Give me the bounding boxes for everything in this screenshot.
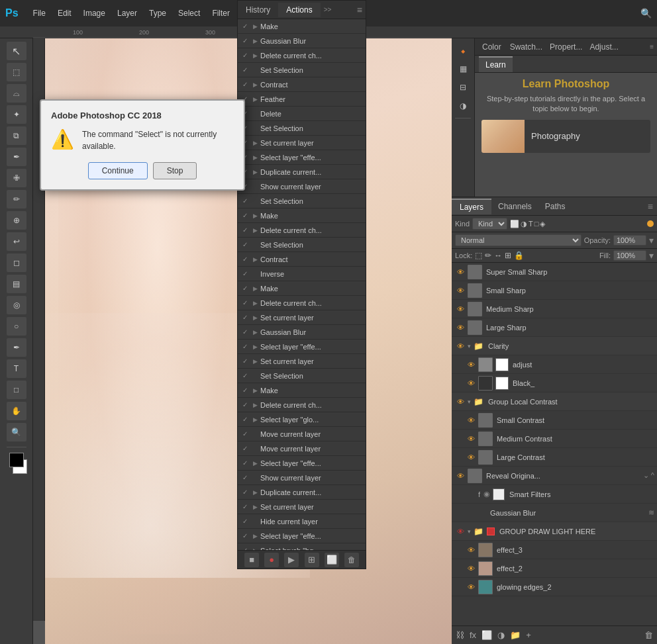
filter-shape-icon[interactable]: □ [534, 220, 539, 228]
layer-visibility-icon[interactable]: 👁 [465, 451, 477, 463]
tab-channels[interactable]: Channels [491, 199, 538, 214]
delete-action-button[interactable]: 🗑 [344, 553, 359, 567]
tool-move[interactable]: ↖ [7, 42, 26, 60]
panel-collapse-icon[interactable]: ≡ [650, 43, 654, 50]
action-item[interactable]: ✓▶Contract [238, 77, 366, 92]
action-item[interactable]: ✓▶Make [238, 19, 366, 34]
layer-visibility-icon[interactable]: 👁 [454, 285, 466, 297]
layer-visibility-icon[interactable]: 👁 [465, 581, 477, 593]
tool-lasso[interactable]: ⌓ [7, 84, 26, 103]
layer-visibility-icon[interactable]: 👁 [454, 266, 466, 278]
action-item[interactable]: ✓▶Select brush "bg... [238, 543, 366, 550]
foreground-background-colors[interactable] [9, 453, 24, 467]
new-action-button[interactable]: ⬜ [325, 553, 339, 567]
action-item[interactable]: ✓▶Delete current ch... [238, 223, 366, 238]
opacity-arrow[interactable]: ▾ [649, 235, 654, 246]
lock-position-icon[interactable]: ↔ [494, 251, 502, 260]
properties-panel-icon[interactable]: ⊟ [454, 79, 472, 96]
action-item[interactable]: ✓▶Select layer "effe... [238, 529, 366, 543]
layer-visibility-icon[interactable]: 👁 [465, 433, 477, 445]
filter-smart-icon[interactable]: ◈ [540, 220, 545, 228]
layer-group-icon[interactable]: 📁 [510, 630, 521, 640]
actions-expand-icon[interactable]: >> [324, 6, 332, 13]
layer-delete-icon[interactable]: 🗑 [644, 630, 653, 640]
action-item[interactable]: ✓▶Delete current ch... [238, 398, 366, 412]
layer-visibility-icon[interactable]: 👁 [454, 396, 466, 408]
tool-eraser[interactable]: ◻ [7, 253, 26, 272]
layer-visibility-icon[interactable]: 👁 [465, 563, 477, 575]
layer-visibility-icon[interactable] [476, 507, 487, 519]
tool-zoom[interactable]: 🔍 [7, 423, 26, 441]
action-item[interactable]: ✓▶Select layer "effe... [238, 456, 366, 471]
layer-visibility-icon[interactable]: 👁 [465, 359, 477, 371]
layer-visibility-icon[interactable]: 👁 [454, 340, 466, 352]
layer-item[interactable]: 👁Large Contrast [452, 448, 657, 467]
fill-input[interactable] [613, 250, 646, 261]
action-item[interactable]: ✓Move current layer [238, 441, 366, 456]
layer-item[interactable]: 👁Reveal Origina...⌄ ^ [452, 467, 657, 485]
tool-gradient[interactable]: ▤ [7, 275, 26, 293]
stop-button[interactable]: ■ [244, 553, 259, 567]
action-item[interactable]: ✓Set Selection [238, 121, 366, 136]
layer-item[interactable]: 👁effect_3 [452, 541, 657, 559]
menu-edit[interactable]: Edit [54, 7, 76, 19]
continue-button[interactable]: Continue [88, 162, 148, 179]
swatches-panel-icon[interactable]: ▦ [454, 60, 472, 77]
layer-item[interactable]: 👁Medium Sharp [452, 300, 657, 318]
layer-visibility-icon[interactable]: 👁 [454, 526, 466, 537]
action-item[interactable]: ✓▶Make [238, 208, 366, 223]
tab-properties[interactable]: Propert... [547, 41, 585, 53]
adjustments-panel-icon[interactable]: ◑ [454, 97, 472, 115]
fill-arrow[interactable]: ▾ [649, 250, 654, 261]
layers-menu-icon[interactable]: ≡ [648, 201, 653, 212]
filter-type-icon[interactable]: T [529, 220, 533, 228]
tool-dodge[interactable]: ○ [7, 317, 26, 336]
filter-pixel-icon[interactable]: ⬜ [510, 220, 519, 228]
layer-adjustment-icon[interactable]: ◑ [497, 630, 505, 640]
action-item[interactable]: ✓▶Select layer "glo... [238, 412, 366, 427]
action-item[interactable]: ✓Delete [238, 107, 366, 121]
lock-image-icon[interactable]: ✏ [485, 251, 491, 260]
tab-color[interactable]: Color [478, 41, 505, 53]
action-item[interactable]: ✓▶Delete current ch... [238, 48, 366, 63]
tab-layers[interactable]: Layers [452, 199, 491, 214]
layer-visibility-icon[interactable]: 👁 [454, 470, 466, 482]
lock-all-icon[interactable]: 🔒 [514, 251, 524, 260]
action-item[interactable]: ✓Set Selection [238, 238, 366, 252]
action-item[interactable]: ✓Inverse [238, 267, 366, 281]
tool-blur[interactable]: ◎ [7, 296, 26, 314]
tool-history-brush[interactable]: ↩ [7, 232, 26, 251]
layer-item[interactable]: 👁adjust [452, 355, 657, 374]
action-item[interactable]: ✓▶Set current layer [238, 500, 366, 514]
layer-item[interactable]: Gaussian Blur≋ [452, 504, 657, 522]
tool-crop[interactable]: ⧉ [7, 126, 26, 145]
tool-hand[interactable]: ✋ [7, 402, 26, 420]
layer-item[interactable]: 👁▾📁Group Local Contrast [452, 392, 657, 411]
layer-visibility-icon[interactable]: 👁 [454, 322, 466, 334]
learn-card[interactable]: Photography [481, 120, 650, 153]
action-item[interactable]: ✓Move current layer [238, 427, 366, 441]
layer-item[interactable]: 👁Small Sharp [452, 281, 657, 300]
action-item[interactable]: ✓▶Make [238, 281, 366, 296]
filter-adjust-icon[interactable]: ◑ [521, 220, 527, 228]
action-item[interactable]: ✓▶Select layer "effe... [238, 150, 366, 165]
tool-marquee[interactable]: ⬚ [7, 63, 26, 81]
action-item[interactable]: ✓Hide current layer [238, 514, 366, 529]
action-item[interactable]: ✓▶Delete current ch... [238, 296, 366, 310]
menu-file[interactable]: File [29, 7, 50, 19]
action-item[interactable]: ✓Show current layer [238, 471, 366, 485]
layer-item[interactable]: 👁Black_ [452, 374, 657, 392]
tool-heal[interactable]: ✙ [7, 169, 26, 187]
tool-brush[interactable]: ✏ [7, 190, 26, 208]
layer-link-icon[interactable]: ⛓ [456, 630, 464, 640]
tab-actions[interactable]: Actions [278, 3, 320, 17]
lock-artboard-icon[interactable]: ⊞ [505, 251, 511, 260]
tab-paths[interactable]: Paths [538, 199, 572, 214]
action-item[interactable]: ✓▶Set current layer [238, 354, 366, 369]
layer-item[interactable]: 👁Super Small Sharp [452, 263, 657, 281]
action-item[interactable]: ✓▶Gaussian Blur [238, 325, 366, 340]
layer-visibility-icon[interactable]: 👁 [465, 414, 477, 426]
layer-visibility-icon[interactable] [465, 488, 477, 500]
color-panel-icon[interactable]: ⬥ [454, 42, 472, 59]
layer-visibility-icon[interactable]: 👁 [454, 303, 466, 315]
